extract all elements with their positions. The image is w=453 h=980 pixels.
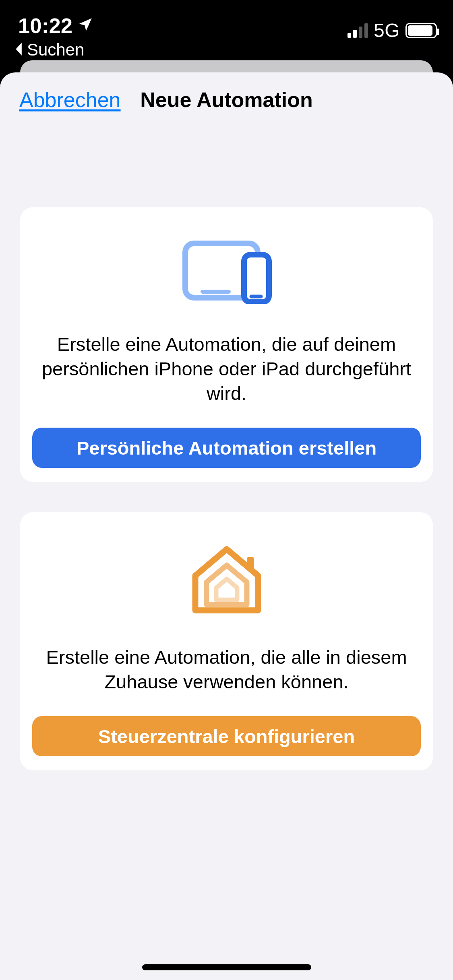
chevron-left-icon <box>15 40 25 60</box>
back-app-label: Suchen <box>27 40 84 60</box>
cellular-signal-icon <box>348 23 368 38</box>
modal-nav-bar: Abbrechen Neue Automation <box>0 72 453 127</box>
clock-label: 10:22 <box>18 14 73 38</box>
status-breadcrumb-back[interactable]: Suchen <box>15 40 84 60</box>
status-time: 10:22 <box>18 14 94 38</box>
card-personal-automation: Erstelle eine Automation, die auf deinem… <box>20 207 433 482</box>
modal-title: Neue Automation <box>140 88 313 112</box>
configure-home-hub-button[interactable]: Steuerzentrale konfigurieren <box>32 716 421 756</box>
home-icon <box>32 544 421 617</box>
network-type-label: 5G <box>374 19 400 41</box>
personal-automation-description: Erstelle eine Automation, die auf deinem… <box>32 332 421 428</box>
location-arrow-icon <box>77 14 94 38</box>
svg-rect-4 <box>247 557 254 571</box>
card-home-automation: Erstelle eine Automation, die alle in di… <box>20 512 433 770</box>
home-indicator[interactable] <box>142 964 311 970</box>
create-personal-automation-button[interactable]: Persönliche Automation erstellen <box>32 428 421 468</box>
devices-icon <box>32 239 421 304</box>
status-bar: 10:22 Suchen 5G <box>0 0 453 56</box>
home-automation-description: Erstelle eine Automation, die alle in di… <box>32 645 421 716</box>
cancel-button[interactable]: Abbrechen <box>19 88 121 112</box>
modal-sheet: Abbrechen Neue Automation Erstelle eine … <box>0 72 453 980</box>
battery-icon <box>405 23 437 38</box>
